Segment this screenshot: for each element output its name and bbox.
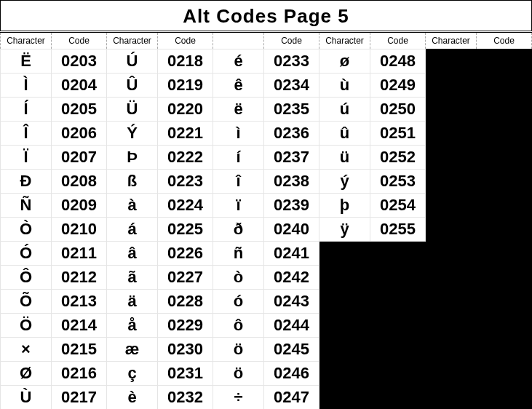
code-cell: 0221 [158, 122, 213, 146]
empty-cell [426, 386, 477, 410]
code-cell: 0239 [264, 194, 319, 218]
table-row: Ô0212ã0227ò0242 [1, 266, 532, 290]
empty-cell [370, 314, 426, 338]
empty-cell [477, 314, 532, 338]
character-cell: Í [1, 98, 52, 122]
empty-cell [477, 49, 532, 74]
character-cell: Ô [1, 266, 52, 290]
code-cell: 0229 [158, 314, 213, 338]
col-header-character [213, 32, 264, 49]
character-cell: ÿ [319, 218, 370, 242]
empty-cell [319, 314, 370, 338]
character-cell: Ö [1, 314, 52, 338]
col-header-code: Code [52, 32, 107, 49]
character-cell: ü [319, 146, 370, 170]
empty-cell [426, 49, 477, 74]
code-cell: 0208 [52, 170, 107, 194]
page-title: Alt Codes Page 5 [0, 0, 532, 31]
empty-cell [319, 362, 370, 386]
empty-cell [477, 146, 532, 170]
table-row: ×0215æ0230ö0245 [1, 338, 532, 362]
empty-cell [426, 362, 477, 386]
character-cell: Ó [1, 242, 52, 266]
code-cell: 0246 [264, 362, 319, 386]
character-cell: î [213, 170, 264, 194]
character-cell: ó [213, 290, 264, 314]
character-cell: Ò [1, 218, 52, 242]
code-cell: 0228 [158, 290, 213, 314]
character-cell: Ü [107, 98, 158, 122]
code-cell: 0214 [52, 314, 107, 338]
code-cell: 0245 [264, 338, 319, 362]
empty-cell [426, 314, 477, 338]
character-cell: å [107, 314, 158, 338]
code-cell: 0203 [52, 49, 107, 74]
character-cell: þ [319, 194, 370, 218]
character-cell: ë [213, 98, 264, 122]
character-cell: à [107, 194, 158, 218]
empty-cell [477, 362, 532, 386]
empty-cell [477, 122, 532, 146]
code-cell: 0236 [264, 122, 319, 146]
code-cell: 0225 [158, 218, 213, 242]
character-cell: ì [213, 122, 264, 146]
empty-cell [477, 290, 532, 314]
code-cell: 0220 [158, 98, 213, 122]
empty-cell [370, 242, 426, 266]
character-cell: Ï [1, 146, 52, 170]
code-cell: 0244 [264, 314, 319, 338]
character-cell: Ú [107, 49, 158, 74]
character-cell: Þ [107, 146, 158, 170]
code-cell: 0251 [370, 122, 426, 146]
character-cell: ô [213, 314, 264, 338]
code-cell: 0233 [264, 49, 319, 74]
character-cell: â [107, 242, 158, 266]
col-header-character: Character [107, 32, 158, 49]
code-cell: 0243 [264, 290, 319, 314]
code-cell: 0219 [158, 74, 213, 98]
empty-cell [370, 266, 426, 290]
code-cell: 0235 [264, 98, 319, 122]
empty-cell [370, 386, 426, 410]
code-cell: 0249 [370, 74, 426, 98]
alt-codes-page: Alt Codes Page 5 CharacterCodeCharacterC… [0, 0, 532, 409]
character-cell: á [107, 218, 158, 242]
table-row: Ë0203Ú0218é0233ø0248 [1, 49, 532, 74]
code-cell: 0223 [158, 170, 213, 194]
col-header-code: Code [264, 32, 319, 49]
character-cell: ê [213, 74, 264, 98]
code-cell: 0232 [158, 386, 213, 410]
code-cell: 0213 [52, 290, 107, 314]
code-cell: 0252 [370, 146, 426, 170]
character-cell: Ì [1, 74, 52, 98]
empty-cell [477, 218, 532, 242]
code-cell: 0240 [264, 218, 319, 242]
table-row: Ï0207Þ0222í0237ü0252 [1, 146, 532, 170]
table-header-row: CharacterCodeCharacterCodeCodeCharacterC… [1, 32, 532, 49]
character-cell: Ë [1, 49, 52, 74]
col-header-character: Character [319, 32, 370, 49]
col-header-code: Code [158, 32, 213, 49]
empty-cell [319, 266, 370, 290]
code-cell: 0247 [264, 386, 319, 410]
alt-codes-table: CharacterCodeCharacterCodeCodeCharacterC… [0, 31, 532, 409]
table-row: Ö0214å0229ô0244 [1, 314, 532, 338]
character-cell: ñ [213, 242, 264, 266]
empty-cell [370, 290, 426, 314]
character-cell: Ð [1, 170, 52, 194]
col-header-character: Character [1, 32, 52, 49]
character-cell: ã [107, 266, 158, 290]
code-cell: 0215 [52, 338, 107, 362]
empty-cell [426, 338, 477, 362]
code-cell: 0248 [370, 49, 426, 74]
code-cell: 0230 [158, 338, 213, 362]
code-cell: 0217 [52, 386, 107, 410]
character-cell: ø [319, 49, 370, 74]
code-cell: 0218 [158, 49, 213, 74]
character-cell: ò [213, 266, 264, 290]
character-cell: ú [319, 98, 370, 122]
table-row: Ó0211â0226ñ0241 [1, 242, 532, 266]
code-cell: 0253 [370, 170, 426, 194]
empty-cell [426, 170, 477, 194]
code-cell: 0210 [52, 218, 107, 242]
